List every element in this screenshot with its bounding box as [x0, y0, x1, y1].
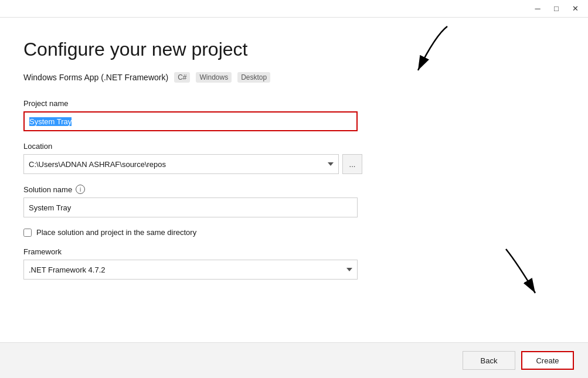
solution-name-label: Solution name i	[23, 185, 565, 194]
same-directory-checkbox[interactable]	[23, 229, 32, 237]
location-row: C:\Users\ADNAN ASHRAF\source\repos ...	[23, 154, 565, 174]
bottom-bar: Back Create	[0, 342, 588, 378]
maximize-button[interactable]: □	[548, 2, 565, 15]
project-name-label: Project name	[23, 99, 565, 108]
project-name-section: Project name	[23, 99, 565, 131]
solution-name-section: Solution name i	[23, 185, 565, 217]
close-button[interactable]: ✕	[567, 2, 583, 15]
subtitle-row: Windows Forms App (.NET Framework) C# Wi…	[23, 72, 565, 83]
back-button[interactable]: Back	[463, 351, 515, 370]
same-directory-row: Place solution and project in the same d…	[23, 228, 565, 237]
minimize-button[interactable]: ─	[529, 2, 546, 15]
location-select[interactable]: C:\Users\ADNAN ASHRAF\source\repos	[23, 154, 339, 174]
same-directory-label[interactable]: Place solution and project in the same d…	[36, 228, 196, 237]
framework-section: Framework .NET Framework 4.7.2	[23, 247, 565, 280]
location-label: Location	[23, 142, 565, 151]
create-button[interactable]: Create	[521, 351, 574, 370]
project-type-label: Windows Forms App (.NET Framework)	[23, 73, 168, 82]
browse-button[interactable]: ...	[342, 154, 362, 174]
framework-label: Framework	[23, 247, 565, 256]
tag-desktop: Desktop	[237, 72, 270, 83]
page-title: Configure your new project	[23, 39, 565, 60]
main-content: Configure your new project Windows Forms…	[0, 18, 588, 342]
tag-csharp: C#	[174, 72, 190, 83]
location-section: Location C:\Users\ADNAN ASHRAF\source\re…	[23, 142, 565, 174]
solution-name-input[interactable]	[23, 197, 358, 217]
title-bar: ─ □ ✕	[0, 0, 588, 18]
framework-select[interactable]: .NET Framework 4.7.2	[23, 260, 358, 280]
tag-windows: Windows	[196, 72, 232, 83]
project-name-input[interactable]	[23, 111, 358, 131]
solution-name-info-icon[interactable]: i	[76, 185, 85, 194]
